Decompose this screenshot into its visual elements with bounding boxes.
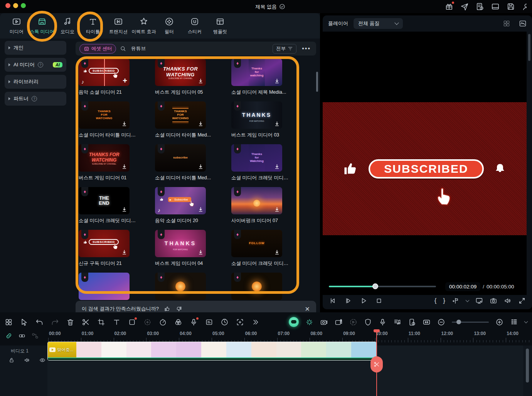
- filter-all-button[interactable]: 전부: [273, 44, 296, 54]
- asset-thumbnail[interactable]: ♦Subscribe♪: [155, 187, 206, 214]
- tab-stock-media[interactable]: 스톡 미디어: [31, 17, 53, 35]
- download-icon[interactable]: [197, 163, 204, 170]
- speed-icon[interactable]: [159, 318, 167, 326]
- asset-thumbnail[interactable]: ♦THEEND: [79, 187, 130, 214]
- volume-icon[interactable]: [504, 297, 512, 305]
- asset-thumbnail[interactable]: ♦SUBSCRIBED: [79, 230, 130, 257]
- sidebar-item-2[interactable]: 라이브러리: [5, 75, 66, 89]
- thumbs-up-icon[interactable]: [164, 306, 170, 312]
- download-icon[interactable]: [197, 78, 204, 84]
- asset-card[interactable]: ♦THANKSFOR WATCHING버스트 게임 미디어 04: [155, 230, 228, 267]
- mute-track-icon[interactable]: [24, 357, 30, 363]
- asset-card[interactable]: ♦THANKSFORWATCHING소셜 미디어 타이틀 미디…: [79, 101, 152, 138]
- magnet-snap-icon[interactable]: [19, 332, 25, 339]
- add-icon[interactable]: +: [123, 76, 127, 85]
- asset-thumbnail[interactable]: ♦: [231, 187, 282, 214]
- fit-timeline-icon[interactable]: [423, 318, 431, 326]
- panel-icon[interactable]: [491, 2, 500, 11]
- asset-card[interactable]: ♦THEEND소셜 미디어 크레딧 미디…: [79, 187, 152, 224]
- download-icon[interactable]: [274, 121, 280, 127]
- split-scissors-icon[interactable]: [82, 318, 90, 326]
- download-icon[interactable]: [121, 163, 128, 170]
- seek-handle[interactable]: [372, 283, 378, 289]
- asset-thumbnail[interactable]: ♦ThanksforWatching: [231, 144, 282, 172]
- hide-track-icon[interactable]: [39, 357, 45, 363]
- asset-card[interactable]: ♦THANKS FOR WATCHINGSUBSCRIBE MY CHANNEL…: [155, 59, 228, 96]
- asset-thumbnail[interactable]: ♦: [79, 273, 130, 300]
- device-preview-icon[interactable]: [408, 318, 416, 326]
- mark-in-icon[interactable]: [452, 297, 460, 305]
- ai-assistant-button[interactable]: [289, 317, 299, 327]
- lock-track-icon[interactable]: [8, 357, 15, 363]
- more-tools-icon[interactable]: [251, 318, 259, 326]
- grid-scrollbar[interactable]: [316, 72, 318, 92]
- layout-grid-icon[interactable]: [503, 20, 510, 27]
- sidebar-item-3[interactable]: 파트너?: [5, 92, 66, 106]
- asset-card[interactable]: ♦Subscribe♪음악 소셜 미디어 20: [155, 187, 228, 224]
- preview-render-icon[interactable]: [349, 318, 357, 326]
- split-at-playhead-button[interactable]: [370, 356, 383, 372]
- asset-card[interactable]: ♦: [231, 273, 305, 300]
- download-icon[interactable]: [274, 249, 280, 256]
- asset-thumbnail[interactable]: ♦FOLLOW: [231, 230, 282, 257]
- tab-transition[interactable]: 트랜지션: [107, 17, 130, 35]
- video-clip[interactable]: 맞어중...: [47, 342, 377, 361]
- tab-stickers[interactable]: 스티커: [184, 17, 206, 35]
- next-frame-button[interactable]: [344, 297, 352, 305]
- asset-thumbnail[interactable]: ♦THANKS FOR WATCHINGSUBSCRIBE MY CHANNEL: [155, 59, 206, 86]
- asset-thumbnail[interactable]: ♦THANKSFORWATCHING: [79, 101, 130, 129]
- close-icon[interactable]: ✕: [305, 305, 310, 313]
- ai-voice-icon[interactable]: [190, 318, 198, 326]
- asset-thumbnail[interactable]: ♦THANKSFOR WATCHING: [231, 101, 282, 129]
- scopes-icon[interactable]: [519, 20, 527, 27]
- mark-out-brace-icon[interactable]: }: [443, 297, 445, 305]
- screen-record-icon[interactable]: [320, 318, 328, 326]
- asset-thumbnail[interactable]: ♦SUBSCRIBED♪+: [79, 59, 130, 86]
- motion-tracking-icon[interactable]: [143, 318, 152, 326]
- timeline-scrollbar[interactable]: [526, 349, 529, 383]
- color-icon[interactable]: [174, 318, 182, 326]
- mask-tool-icon[interactable]: [128, 318, 136, 326]
- display-device-icon[interactable]: [475, 297, 483, 305]
- tab-titles[interactable]: 타이틀: [82, 17, 104, 35]
- media-browser-icon[interactable]: [5, 318, 13, 326]
- stop-button[interactable]: [375, 297, 383, 305]
- asset-thumbnail[interactable]: ♦Thanksforwatching: [231, 59, 282, 86]
- asset-thumbnail[interactable]: ♦: [155, 273, 206, 300]
- tab-filters[interactable]: 필터: [158, 17, 180, 35]
- playhead-handle[interactable]: [374, 329, 380, 332]
- search-input[interactable]: [130, 45, 269, 52]
- save-icon[interactable]: [507, 2, 515, 11]
- camera-effect-icon[interactable]: [335, 318, 343, 326]
- gift-icon[interactable]: [445, 2, 453, 11]
- track-manager-icon[interactable]: [510, 318, 518, 326]
- undo-icon[interactable]: [35, 318, 44, 326]
- mark-in-brace-icon[interactable]: {: [434, 297, 437, 305]
- smart-cut-icon[interactable]: [305, 318, 313, 326]
- text-tool-icon[interactable]: [113, 318, 121, 326]
- asset-thumbnail[interactable]: ♦: [231, 273, 282, 300]
- delete-icon[interactable]: [66, 318, 74, 326]
- zoom-slider-handle[interactable]: [456, 320, 461, 324]
- asset-card[interactable]: ♦THANKS FOR WATCHINGSUBSCRIBE MY CHANNEL…: [79, 144, 152, 181]
- download-icon[interactable]: [121, 121, 128, 127]
- asset-thumbnail[interactable]: ♦THANKSFOR WATCHING: [155, 230, 206, 257]
- play-button[interactable]: [360, 297, 367, 305]
- select-tool-icon[interactable]: [20, 318, 28, 326]
- video-preview[interactable]: SUBSCRIBED: [323, 32, 527, 295]
- asset-thumbnail[interactable]: ♦THANKSFORWATCHING: [155, 101, 206, 129]
- asset-card[interactable]: ♦Thanksforwatching소셜 미디어 제목 Media...: [231, 59, 305, 96]
- timeline-zoom-slider[interactable]: [452, 322, 489, 323]
- more-options-button[interactable]: •••: [300, 45, 312, 52]
- task-list-icon[interactable]: [476, 2, 484, 11]
- auto-ripple-link-icon[interactable]: [5, 332, 12, 339]
- asset-card[interactable]: ♦: [155, 273, 228, 300]
- download-icon[interactable]: [121, 249, 128, 256]
- asset-card[interactable]: ♦SUBSCRIBED신규 구독 미디어 21: [79, 230, 152, 267]
- previous-frame-button[interactable]: [329, 297, 337, 305]
- crop-icon[interactable]: [97, 318, 105, 326]
- asset-thumbnail[interactable]: ♦subscribe: [155, 144, 206, 172]
- asset-card[interactable]: ♦사이버펑크 미디어 07: [231, 187, 305, 224]
- asset-center-button[interactable]: 에셋 센터: [79, 44, 116, 54]
- route-connect-icon[interactable]: [32, 332, 39, 339]
